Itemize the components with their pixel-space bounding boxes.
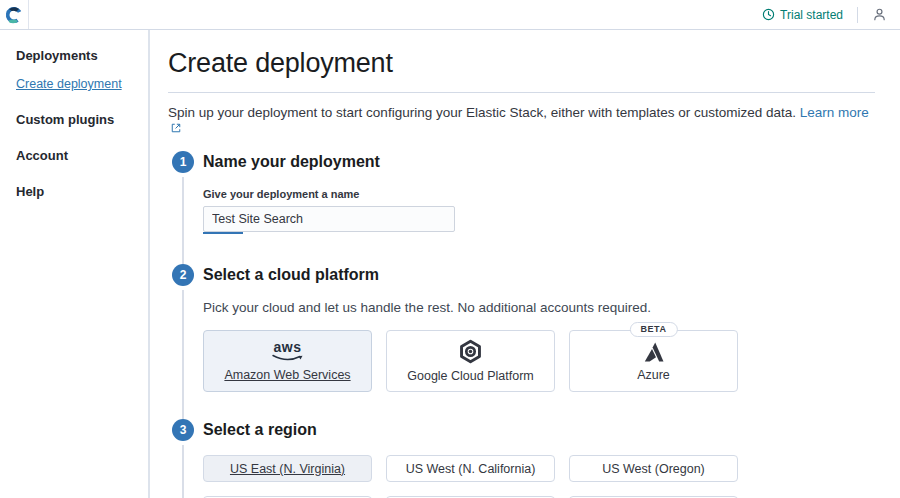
platform-card-azure[interactable]: BETA Azure [569,330,738,392]
step-select-platform: 2 Select a cloud platform Pick your clou… [168,264,875,419]
sidebar: Deployments Create deployment Custom plu… [0,30,150,498]
deployment-name-input[interactable] [203,206,455,232]
region-button-us-west-n-california[interactable]: US West (N. California) [386,455,555,482]
step-2-title: Select a cloud platform [203,264,875,286]
user-icon [872,7,887,22]
deployment-name-label: Give your deployment a name [203,188,875,200]
step-3-number: 3 [172,419,194,441]
learn-more-label: Learn more [800,105,869,120]
step-1-title: Name your deployment [203,151,875,173]
steps-container: 1 Name your deployment Give your deploym… [168,151,875,498]
intro-sentence: Spin up your deployment to start configu… [168,105,796,120]
platform-label-azure: Azure [637,368,670,382]
sidebar-item-account[interactable]: Account [16,148,132,163]
sidebar-item-help[interactable]: Help [16,184,132,199]
platform-card-aws[interactable]: aws Amazon Web Services [203,330,372,392]
deployment-name-field-wrap [203,206,455,234]
platform-description: Pick your cloud and let us handle the re… [203,300,875,315]
intro-text: Spin up your deployment to start configu… [168,105,875,135]
azure-logo-icon [642,341,666,363]
region-button-us-west-oregon[interactable]: US West (Oregon) [569,455,738,482]
sidebar-item-create-deployment[interactable]: Create deployment [16,77,132,91]
trial-status-label: Trial started [780,8,843,22]
sidebar-item-deployments[interactable]: Deployments [16,48,132,63]
gcp-logo-icon [458,339,483,364]
platform-card-row: aws Amazon Web Services Google Cl [203,330,875,392]
platform-label-gcp: Google Cloud Platform [407,369,533,383]
step-1-number: 1 [172,151,194,173]
sidebar-item-custom-plugins[interactable]: Custom plugins [16,112,132,127]
step-name-deployment: 1 Name your deployment Give your deploym… [168,151,875,264]
step-2-number: 2 [172,264,194,286]
step-3-title: Select a region [203,419,875,441]
trial-status-button[interactable]: Trial started [748,0,857,29]
top-bar: Trial started [0,0,900,30]
elastic-cloud-logo[interactable] [0,0,29,29]
external-link-icon [171,123,181,133]
clock-icon [762,8,775,21]
page-title: Create deployment [168,48,875,79]
beta-badge: BETA [629,322,677,337]
platform-label-aws: Amazon Web Services [224,368,350,382]
aws-logo-icon: aws [271,340,305,363]
region-button-us-east-n-virginia[interactable]: US East (N. Virginia) [203,455,372,482]
user-account-button[interactable] [858,0,900,29]
step-select-region: 3 Select a region US East (N. Virginia) … [168,419,875,498]
title-divider [168,92,875,93]
platform-card-gcp[interactable]: Google Cloud Platform [386,330,555,392]
region-grid: US East (N. Virginia) US West (N. Califo… [203,455,875,498]
input-focus-underline [203,232,243,234]
main-content: Create deployment Spin up your deploymen… [152,30,900,498]
elastic-cloud-logo-icon [5,6,23,24]
